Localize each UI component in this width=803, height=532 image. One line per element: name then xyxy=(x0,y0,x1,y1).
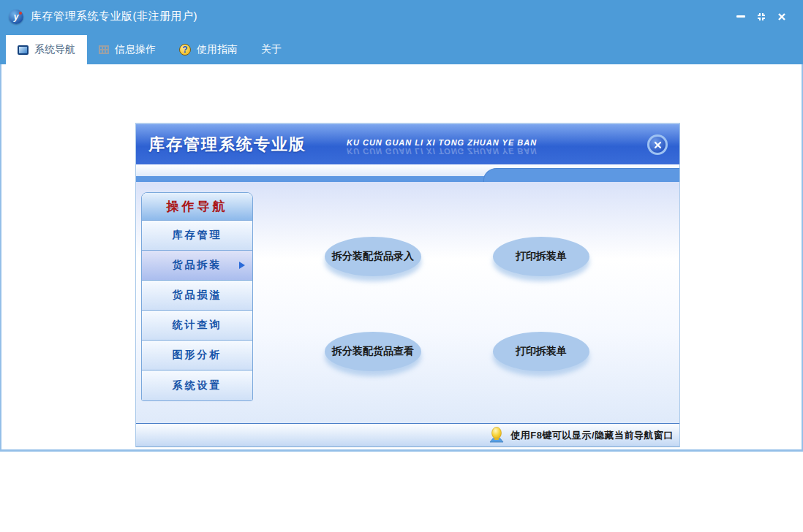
panel-header: 库存管理系统专业版 KU CUN GUAN LI XI TONG ZHUAN Y… xyxy=(136,123,679,164)
panel-subbar xyxy=(136,164,679,182)
nav-item-goods-assembly[interactable]: 货品拆装 xyxy=(142,251,252,281)
close-button[interactable] xyxy=(775,10,788,23)
restore-button[interactable] xyxy=(755,10,768,23)
nav-item-graph-analysis[interactable]: 图形分析 xyxy=(142,341,252,370)
lightbulb-icon xyxy=(489,427,505,444)
panel-title: 库存管理系统专业版 xyxy=(148,134,306,156)
panel-body: 操作导航 库存管理 货品拆装 货品损溢 统计查询 图形分 xyxy=(136,182,679,423)
titlebar: y 库存管理系统专业版(非注册用户) xyxy=(0,0,803,33)
tabbar: 系统导航 信息操作 ? 使用指南 关于 xyxy=(0,33,803,64)
help-icon: ? xyxy=(179,44,191,56)
nav-item-label: 统计查询 xyxy=(173,319,222,332)
window-title: 库存管理系统专业版(非注册用户) xyxy=(31,10,197,23)
tab-label: 使用指南 xyxy=(197,43,238,56)
button-assembly-view[interactable]: 拆分装配货品查看 xyxy=(325,332,421,371)
app-logo-icon: y xyxy=(9,10,23,24)
restore-icon xyxy=(756,12,766,22)
tab-about[interactable]: 关于 xyxy=(249,35,293,64)
button-print-assembly-slip-1[interactable]: 打印拆装单 xyxy=(493,237,589,276)
nav-item-goods-loss-gain[interactable]: 货品损溢 xyxy=(142,281,252,311)
subbar-swoosh xyxy=(483,168,679,182)
nav-item-label: 库存管理 xyxy=(173,229,222,242)
status-message: 使用F8键可以显示/隐藏当前导航窗口 xyxy=(510,429,674,442)
status-hotkey: F8 xyxy=(530,430,542,441)
status-prefix: 使用 xyxy=(510,430,530,441)
minimize-button[interactable] xyxy=(734,10,747,23)
window-controls xyxy=(734,10,794,23)
nav-header: 操作导航 xyxy=(142,193,252,221)
nav-item-inventory-management[interactable]: 库存管理 xyxy=(142,221,252,251)
panel-statusbar: 使用F8键可以显示/隐藏当前导航窗口 xyxy=(136,423,679,447)
panel-subtitle-reflection: KU CUN GUAN LI XI TONG ZHUAN YE BAN xyxy=(347,146,537,156)
nav-item-statistics-query[interactable]: 统计查询 xyxy=(142,311,252,341)
tab-label: 系统导航 xyxy=(34,43,75,56)
app-window: y 库存管理系统专业版(非注册用户) 系统导航 信息操作 xyxy=(0,0,803,452)
panel-close-button[interactable] xyxy=(647,134,668,155)
tab-user-guide[interactable]: ? 使用指南 xyxy=(167,35,249,64)
nav-item-label: 货品损溢 xyxy=(173,289,222,302)
close-icon xyxy=(777,12,786,21)
tab-label: 信息操作 xyxy=(115,43,156,56)
tab-info-operations[interactable]: 信息操作 xyxy=(87,35,167,64)
button-assembly-entry[interactable]: 拆分装配货品录入 xyxy=(325,237,421,276)
arrow-right-icon xyxy=(239,262,245,269)
tab-system-navigation[interactable]: 系统导航 xyxy=(6,35,87,64)
tab-label: 关于 xyxy=(261,43,282,56)
nav-item-label: 图形分析 xyxy=(173,349,222,362)
grid-icon xyxy=(99,45,109,54)
panel-subtitle-wrap: KU CUN GUAN LI XI TONG ZHUAN YE BAN KU C… xyxy=(347,137,537,156)
navigation-panel: 库存管理系统专业版 KU CUN GUAN LI XI TONG ZHUAN Y… xyxy=(135,123,680,447)
nav-item-system-settings[interactable]: 系统设置 xyxy=(142,370,252,400)
button-print-assembly-slip-2[interactable]: 打印拆装单 xyxy=(493,332,589,371)
status-suffix: 键可以显示/隐藏当前导航窗口 xyxy=(542,430,674,441)
window-content-area: 库存管理系统专业版 KU CUN GUAN LI XI TONG ZHUAN Y… xyxy=(0,64,803,452)
window-icon xyxy=(18,45,29,55)
close-circle-icon xyxy=(649,137,666,153)
nav-item-label: 货品拆装 xyxy=(173,259,222,272)
nav-item-label: 系统设置 xyxy=(173,379,222,392)
side-navigation: 操作导航 库存管理 货品拆装 货品损溢 统计查询 图形分 xyxy=(141,192,253,401)
minimize-icon xyxy=(736,15,745,18)
